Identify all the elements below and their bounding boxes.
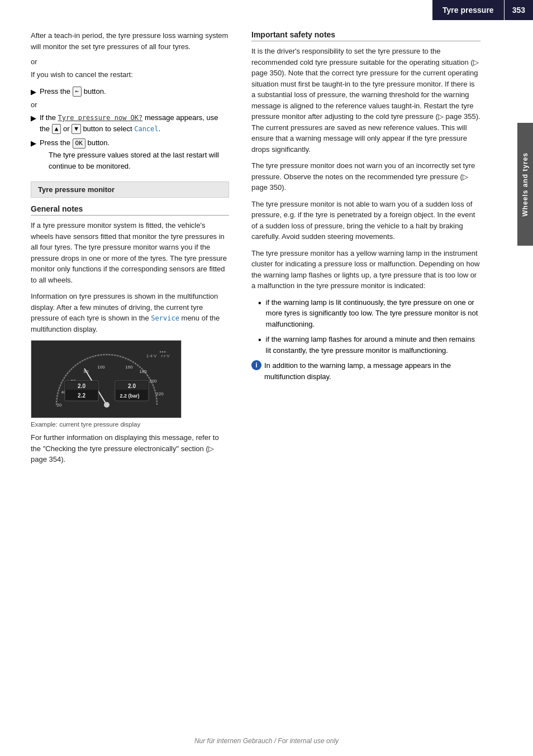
up-button-key: ▲ — [52, 124, 61, 135]
dot-item-2: • if the warning lamp flashes for around… — [258, 334, 480, 356]
bullet-tyre-content: If the Tyre pressure now OK? message app… — [40, 112, 229, 134]
side-tab: Wheels and tyres — [517, 123, 533, 246]
safety-text4: The tyre pressure monitor has a yellow w… — [251, 248, 480, 291]
service-link: Service — [151, 314, 179, 322]
svg-text:220: 220 — [156, 391, 164, 396]
dot-bullet-1: • — [258, 299, 261, 308]
right-column: Important safety notes It is the driver'… — [240, 25, 497, 476]
or-text-inline: or — [63, 125, 70, 133]
bullet-arrow-2: ▶ — [31, 113, 36, 124]
safety-text2: The tyre pressure monitor does not warn … — [251, 160, 480, 193]
bullet-arrow-1: ▶ — [31, 87, 36, 98]
press-text-3: Press the — [40, 138, 70, 147]
button-suffix-3: button. — [87, 138, 110, 147]
intro-text: After a teach-in period, the tyre pressu… — [31, 30, 229, 52]
info-note: i In addition to the warning lamp, a mes… — [251, 360, 480, 382]
important-safety-title: Important safety notes — [251, 30, 480, 41]
button-to-select: button to select — [83, 125, 132, 133]
footer-text: Nur für internen Gebrauch / For internal… — [194, 737, 339, 745]
svg-text:2.2 (bar): 2.2 (bar) — [120, 393, 139, 399]
svg-text:2.0: 2.0 — [128, 383, 136, 389]
bullet-back-button: ▶ Press the ← button. — [31, 86, 229, 98]
bullet-ok-button: ▶ Press the OK button. The tyre pressure… — [31, 137, 229, 171]
header-title: Tyre pressure — [432, 0, 504, 20]
ok-button-key: OK — [73, 138, 85, 149]
svg-text:1·4·V: 1·4·V — [146, 353, 157, 358]
svg-text:160: 160 — [125, 365, 133, 370]
safety-para1: It is the driver's responsibility to set… — [251, 46, 480, 155]
bullet-tyre-message: ▶ If the Tyre pressure now OK? message a… — [31, 112, 229, 134]
cancel-intro: If you wish to cancel the restart: — [31, 69, 229, 80]
or-line-2: or — [31, 101, 229, 109]
general-notes-para1: If a tyre pressure monitor system is fit… — [31, 220, 229, 285]
footer: Nur für internen Gebrauch / For internal… — [0, 737, 533, 745]
safety-para2: The tyre pressure monitor does not warn … — [251, 160, 480, 193]
warning-dot-list: • if the warning lamp is lit continuousl… — [258, 297, 480, 356]
bullet-ok-content: Press the OK button. The tyre pressure v… — [40, 137, 229, 171]
cancel-intro-text: If you wish to cancel the restart: — [31, 69, 229, 80]
tyre-monitor-section-box: Tyre pressure monitor — [31, 181, 229, 198]
button-suffix-1: button. — [84, 87, 106, 95]
svg-text:r·r·V: r·r·V — [161, 353, 170, 358]
left-column: After a teach-in period, the tyre pressu… — [0, 25, 240, 476]
svg-point-2 — [104, 402, 110, 408]
safety-text3: The tyre pressure monitor is not able to… — [251, 199, 480, 242]
general-notes-title: General notes — [31, 204, 229, 216]
further-info-text: For further information on displaying th… — [31, 432, 229, 465]
dot-text-1: if the warning lamp is lit continuously,… — [266, 297, 480, 330]
press-text-1: Press the — [40, 87, 70, 95]
img-caption: Example: current tyre pressure display — [31, 421, 229, 428]
tyre-message-text: Tyre pressure now OK? — [58, 114, 143, 122]
bullet-arrow-3: ▶ — [31, 138, 36, 149]
safety-text1: It is the driver's responsibility to set… — [251, 46, 480, 155]
cancel-link-text: Cancel — [134, 125, 158, 133]
svg-text:▸▸▸: ▸▸▸ — [160, 350, 166, 353]
intro-para: After a teach-in period, the tyre pressu… — [31, 30, 229, 52]
general-notes-para2: Information on tyre pressures is shown i… — [31, 291, 229, 334]
svg-text:2.0: 2.0 — [78, 383, 85, 389]
svg-text:2.2: 2.2 — [78, 393, 85, 399]
bullet-back-content: Press the ← button. — [40, 86, 229, 97]
page-container: Tyre pressure 353 Wheels and tyres After… — [0, 0, 533, 756]
svg-text:80: 80 — [84, 369, 89, 374]
info-note-text: In addition to the warning lamp, a messa… — [264, 360, 480, 382]
svg-text:100: 100 — [97, 365, 105, 370]
safety-para3: The tyre pressure monitor is not able to… — [251, 199, 480, 242]
dot-bullet-2: • — [258, 336, 261, 344]
tyre-pressure-image: 20 40 60 80 100 160 180 200 220 2.0 2.2 — [31, 340, 182, 418]
cancel-dot: . — [159, 125, 161, 133]
svg-text:20: 20 — [57, 403, 62, 408]
general-notes-text1: If a tyre pressure monitor system is fit… — [31, 220, 229, 285]
back-button-key: ← — [73, 87, 82, 97]
or-line-1: or — [31, 58, 229, 66]
page-number: 353 — [504, 0, 533, 20]
further-info-para: For further information on displaying th… — [31, 432, 229, 465]
info-icon: i — [251, 360, 261, 370]
svg-text:200: 200 — [149, 379, 157, 384]
dot-item-1: • if the warning lamp is lit continuousl… — [258, 297, 480, 330]
side-tab-text: Wheels and tyres — [521, 152, 529, 217]
general-notes-text2: Information on tyre pressures is shown i… — [31, 291, 229, 334]
main-content: After a teach-in period, the tyre pressu… — [0, 0, 514, 476]
ok-sub-text: The tyre pressure values stored at the l… — [40, 150, 229, 171]
if-text: If the — [40, 113, 56, 122]
safety-para4: The tyre pressure monitor has a yellow w… — [251, 248, 480, 291]
dot-text-2: if the warning lamp flashes for around a… — [266, 334, 480, 356]
down-button-key: ▼ — [72, 124, 81, 135]
header-right: Tyre pressure 353 — [432, 0, 533, 20]
svg-text:180: 180 — [139, 369, 147, 374]
